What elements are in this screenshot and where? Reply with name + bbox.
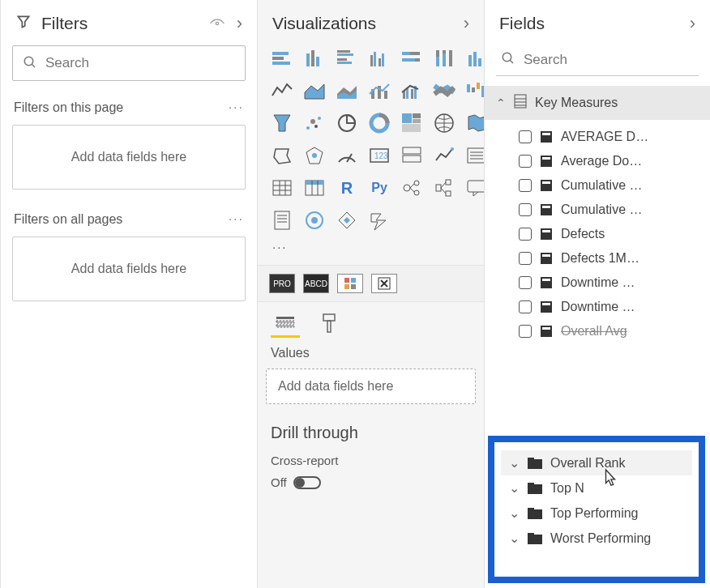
field-item[interactable]: Cumulative … bbox=[485, 198, 710, 222]
svg-point-90 bbox=[311, 217, 318, 224]
expand-icon[interactable] bbox=[509, 530, 520, 546]
collapse-viz-icon[interactable] bbox=[464, 13, 469, 34]
group-item-overall-rank[interactable]: Overall Rank bbox=[501, 450, 692, 475]
key-influencers-icon[interactable] bbox=[399, 175, 425, 201]
shape-map-icon[interactable] bbox=[269, 143, 295, 168]
mode-chip-clear[interactable] bbox=[371, 274, 397, 293]
collapse-filters-icon[interactable] bbox=[237, 13, 242, 34]
mode-chip-abcd[interactable]: ABCD bbox=[303, 274, 329, 293]
expand-icon[interactable] bbox=[509, 480, 520, 496]
more-icon[interactable]: ··· bbox=[229, 100, 244, 115]
mode-chip-grid[interactable] bbox=[337, 274, 363, 293]
funnel-icon[interactable] bbox=[269, 110, 295, 136]
viz-header: Visualizations bbox=[258, 0, 484, 45]
stacked-area-chart-icon[interactable] bbox=[334, 78, 360, 104]
more-visuals-icon[interactable]: ··· bbox=[258, 238, 484, 265]
matrix-icon[interactable] bbox=[302, 175, 327, 201]
field-item[interactable]: Average Do… bbox=[485, 149, 710, 173]
folder-icon bbox=[528, 533, 542, 544]
filters-section-page: Filters on this page ··· bbox=[1, 92, 257, 120]
table-icon[interactable] bbox=[269, 175, 295, 201]
svg-rect-39 bbox=[472, 87, 475, 92]
line-chart-icon[interactable] bbox=[269, 78, 295, 104]
area-chart-icon[interactable] bbox=[302, 78, 327, 104]
mode-chip-pro[interactable]: PRO bbox=[269, 274, 295, 293]
filters-page-dropzone[interactable]: Add data fields here bbox=[12, 125, 246, 190]
multi-row-card-icon[interactable] bbox=[399, 143, 425, 168]
field-checkbox[interactable] bbox=[519, 325, 532, 338]
ribbon-chart-icon[interactable] bbox=[431, 78, 457, 104]
arcgis-icon[interactable] bbox=[302, 207, 327, 233]
svg-rect-79 bbox=[436, 185, 441, 191]
treemap-icon[interactable] bbox=[399, 110, 425, 136]
svg-rect-10 bbox=[337, 58, 347, 61]
expand-icon[interactable] bbox=[509, 455, 520, 471]
fields-search-input[interactable] bbox=[524, 52, 695, 68]
svg-rect-27 bbox=[478, 58, 481, 66]
field-checkbox[interactable] bbox=[519, 179, 532, 192]
field-item[interactable]: Defects bbox=[485, 222, 710, 246]
clustered-bar-chart-icon[interactable] bbox=[334, 45, 360, 71]
visualizations-pane: Visualizations 123 bbox=[257, 0, 484, 588]
field-checkbox[interactable] bbox=[519, 155, 532, 168]
table-header[interactable]: Key Measures bbox=[485, 86, 710, 120]
expand-icon[interactable] bbox=[509, 505, 520, 521]
cross-report-toggle[interactable] bbox=[293, 476, 321, 489]
filters-section-page-label: Filters on this page bbox=[14, 100, 123, 115]
field-checkbox[interactable] bbox=[519, 130, 532, 143]
power-automate-icon[interactable] bbox=[366, 207, 392, 233]
more-icon[interactable]: ··· bbox=[229, 212, 244, 227]
donut-chart-icon[interactable] bbox=[366, 110, 392, 136]
field-label: AVERAGE D… bbox=[561, 130, 648, 144]
tab-fields[interactable] bbox=[271, 309, 300, 338]
field-checkbox[interactable] bbox=[519, 300, 532, 313]
svg-rect-132 bbox=[528, 483, 534, 486]
field-item[interactable]: Downtime … bbox=[485, 271, 710, 295]
stacked-column-chart-icon[interactable] bbox=[302, 45, 327, 71]
gauge-icon[interactable] bbox=[334, 143, 360, 168]
paginated-report-icon[interactable] bbox=[269, 207, 295, 233]
line-clustered-column-icon[interactable] bbox=[399, 78, 425, 104]
hundred-stacked-bar-icon[interactable] bbox=[399, 45, 425, 71]
py-visual-icon[interactable]: Py bbox=[366, 175, 392, 201]
card-icon[interactable]: 123 bbox=[366, 143, 392, 168]
kpi-icon[interactable] bbox=[431, 143, 457, 168]
filters-search[interactable] bbox=[12, 45, 246, 81]
field-checkbox[interactable] bbox=[519, 276, 532, 289]
svg-rect-7 bbox=[316, 57, 319, 66]
fields-search[interactable] bbox=[496, 44, 699, 76]
azure-map-icon[interactable] bbox=[302, 143, 327, 168]
field-item[interactable]: Defects 1M… bbox=[485, 246, 710, 271]
r-visual-icon[interactable]: R bbox=[334, 175, 360, 201]
measure-icon bbox=[540, 252, 553, 265]
eye-icon[interactable] bbox=[209, 14, 225, 33]
group-item-top-performing[interactable]: Top Performing bbox=[501, 501, 692, 526]
stacked-bar-chart-icon[interactable] bbox=[269, 45, 295, 71]
values-dropzone[interactable]: Add data fields here bbox=[266, 369, 476, 404]
filters-search-input[interactable] bbox=[45, 55, 235, 71]
collapse-table-icon[interactable] bbox=[496, 96, 506, 110]
field-checkbox[interactable] bbox=[519, 203, 532, 216]
line-stacked-column-icon[interactable] bbox=[366, 78, 392, 104]
collapse-fields-icon[interactable] bbox=[690, 13, 695, 34]
map-icon[interactable] bbox=[431, 110, 457, 136]
power-apps-icon[interactable] bbox=[334, 207, 360, 233]
svg-rect-97 bbox=[351, 284, 356, 289]
field-item[interactable]: Cumulative … bbox=[485, 173, 710, 198]
field-item[interactable]: Downtime … bbox=[485, 295, 710, 319]
field-item[interactable]: AVERAGE D… bbox=[485, 125, 710, 149]
pie-chart-icon[interactable] bbox=[334, 110, 360, 136]
decomposition-tree-icon[interactable] bbox=[431, 175, 457, 201]
svg-line-83 bbox=[441, 188, 446, 194]
field-item-partial[interactable]: Overall Avg bbox=[485, 319, 710, 343]
filters-all-dropzone[interactable]: Add data fields here bbox=[12, 236, 246, 301]
scatter-chart-icon[interactable] bbox=[302, 110, 327, 136]
tab-format[interactable] bbox=[314, 309, 344, 338]
clustered-column-chart-icon[interactable] bbox=[366, 45, 392, 71]
svg-point-0 bbox=[216, 22, 218, 24]
field-checkbox[interactable] bbox=[519, 252, 532, 265]
group-item-worst-performing[interactable]: Worst Performing bbox=[501, 526, 692, 551]
hundred-stacked-column-icon[interactable] bbox=[431, 45, 457, 71]
group-item-top-n[interactable]: Top N bbox=[501, 475, 692, 501]
field-checkbox[interactable] bbox=[519, 228, 532, 241]
